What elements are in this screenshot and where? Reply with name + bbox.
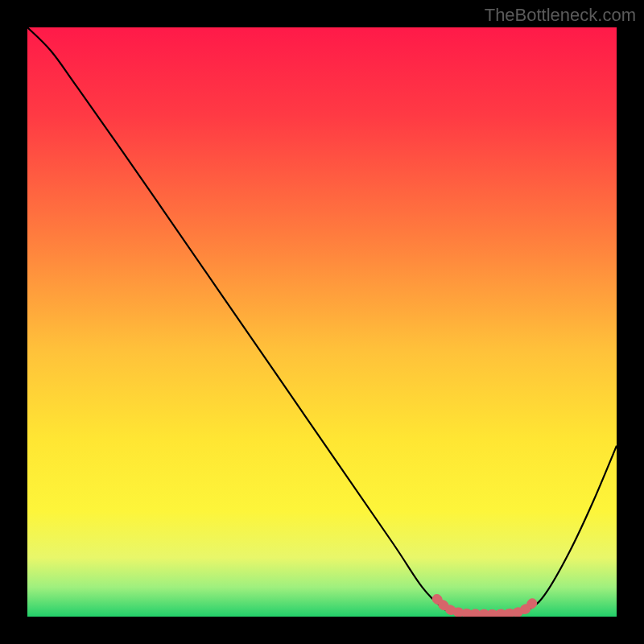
chart-svg — [27, 27, 617, 617]
watermark-text: TheBottleneck.com — [485, 5, 636, 26]
chart-background — [27, 27, 617, 617]
chart-plot-area — [27, 27, 617, 617]
